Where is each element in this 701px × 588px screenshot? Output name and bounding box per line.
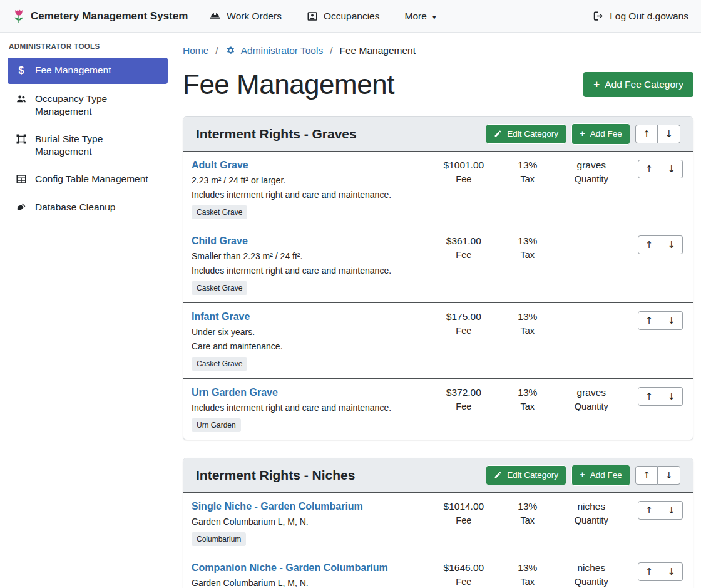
fee-tax: 13% xyxy=(501,562,554,574)
sidebar-item-fee-management[interactable]: $Fee Management xyxy=(8,58,168,84)
fee-description: Garden Columbarium L, M, N. xyxy=(192,517,426,527)
fee-row: Adult Grave 2.23 m² / 24 ft² or larger.I… xyxy=(183,152,693,227)
move-fee-up-button[interactable]: ↑ xyxy=(638,387,661,406)
sidebar-item-label: Fee Management xyxy=(35,64,111,76)
nav-more[interactable]: More ▾ xyxy=(405,11,436,22)
edit-category-label: Edit Category xyxy=(507,470,558,480)
fee-descriptions: 2.23 m² / 24 ft² or larger.Includes inte… xyxy=(192,175,426,200)
move-fee-up-button[interactable]: ↑ xyxy=(638,235,661,254)
sidebar-item-label: Config Table Management xyxy=(35,173,148,185)
fee-quantity-column xyxy=(554,311,629,314)
sidebar-item-database-cleanup[interactable]: Database Cleanup xyxy=(8,195,168,220)
fee-type-badge: Casket Grave xyxy=(192,281,247,295)
move-fee-down-button[interactable]: ↓ xyxy=(660,311,683,330)
fee-quantity-label: Quantity xyxy=(554,515,629,525)
sidebar-item-config-table-management[interactable]: Config Table Management xyxy=(8,167,168,192)
pencil-icon xyxy=(494,130,502,138)
fee-amount: $361.00 xyxy=(426,235,501,247)
fee-reorder-group: ↑ ↓ xyxy=(638,311,683,330)
sidebar-item-label: Occupancy Type Management xyxy=(35,93,160,118)
main-nav: Work Orders Occupancies More ▾ xyxy=(209,10,436,22)
fee-name-link[interactable]: Urn Garden Grave xyxy=(192,387,278,398)
edit-category-button[interactable]: Edit Category xyxy=(486,465,566,485)
plus-icon: + xyxy=(593,78,600,91)
fee-quantity-column xyxy=(554,235,629,239)
fee-descriptions: Garden Columbarium L, M, N. xyxy=(192,517,426,527)
fee-type-badge: Urn Garden xyxy=(192,418,241,432)
fee-quantity-column: graves Quantity xyxy=(554,387,629,411)
fee-name-link[interactable]: Adult Grave xyxy=(192,160,248,171)
move-fee-up-button[interactable]: ↑ xyxy=(638,501,661,520)
move-category-up-button[interactable]: ↑ xyxy=(635,466,658,485)
category-body: Adult Grave 2.23 m² / 24 ft² or larger.I… xyxy=(183,152,693,440)
fee-quantity: niches xyxy=(554,562,629,574)
fee-descriptions: Smaller than 2.23 m² / 24 ft².Includes i… xyxy=(192,251,426,276)
move-fee-up-button[interactable]: ↑ xyxy=(638,562,661,581)
page-title: Fee Management xyxy=(183,69,394,100)
breadcrumb-admin-tools[interactable]: Administrator Tools xyxy=(225,45,324,56)
move-fee-down-button[interactable]: ↓ xyxy=(660,501,683,520)
sidebar: Administrator Tools $Fee ManagementOccup… xyxy=(0,33,175,232)
fee-name-link[interactable]: Companion Niche - Garden Columbarium xyxy=(192,562,388,574)
fee-amount: $372.00 xyxy=(426,387,501,398)
fee-description: Smaller than 2.23 m² / 24 ft². xyxy=(192,251,426,261)
fee-tax-label: Tax xyxy=(501,326,554,336)
add-fee-button[interactable]: + Add Fee xyxy=(571,465,630,486)
breadcrumb-current: Fee Management xyxy=(340,45,416,56)
move-fee-down-button[interactable]: ↓ xyxy=(660,387,683,406)
move-category-down-button[interactable]: ↓ xyxy=(658,466,680,485)
logout-link[interactable]: Log Out d.gowans xyxy=(592,10,688,22)
move-fee-up-button[interactable]: ↑ xyxy=(638,160,661,178)
nav-work-orders[interactable]: Work Orders xyxy=(209,10,282,22)
fee-quantity: niches xyxy=(554,501,629,512)
move-fee-up-button[interactable]: ↑ xyxy=(638,311,661,330)
sidebar-item-burial-site-type-management[interactable]: Burial Site Type Management xyxy=(8,126,168,164)
fee-amount-column: $175.00 Fee xyxy=(426,311,501,336)
move-category-up-button[interactable]: ↑ xyxy=(635,125,658,143)
top-navbar: Cemetery Management System Work Orders O… xyxy=(0,0,701,33)
fee-amount-label: Fee xyxy=(426,577,501,587)
add-fee-button[interactable]: + Add Fee xyxy=(571,123,630,145)
fee-tax: 13% xyxy=(501,387,554,398)
category-header: Interment Rights - Graves Edit Category … xyxy=(183,117,693,152)
fee-row: Urn Garden Grave Includes interment righ… xyxy=(183,379,693,440)
move-category-down-button[interactable]: ↓ xyxy=(658,125,680,143)
nav-occupancies[interactable]: Occupancies xyxy=(307,11,380,22)
tulip-logo-icon xyxy=(13,9,25,24)
fee-tax-column: 13% Tax xyxy=(501,562,554,587)
category-header: Interment Rights - Niches Edit Category … xyxy=(183,458,693,493)
brand-title: Cemetery Management System xyxy=(31,10,188,23)
fee-name-link[interactable]: Single Niche - Garden Columbarium xyxy=(192,501,363,512)
breadcrumb-home[interactable]: Home xyxy=(183,45,208,56)
move-fee-down-button[interactable]: ↓ xyxy=(660,562,683,581)
category-reorder-group: ↑ ↓ xyxy=(635,125,680,143)
fee-amount: $1014.00 xyxy=(426,501,501,512)
edit-category-button[interactable]: Edit Category xyxy=(486,124,566,144)
fee-tax-column: 13% Tax xyxy=(501,311,554,336)
fee-description: Care and maintenance. xyxy=(192,341,426,351)
add-fee-label: Add Fee xyxy=(590,470,622,480)
fee-tax-label: Tax xyxy=(501,250,554,260)
fee-category-card: Interment Rights - Niches Edit Category … xyxy=(183,458,693,588)
fee-reorder-group: ↑ ↓ xyxy=(638,501,683,520)
add-fee-category-button[interactable]: + Add Fee Category xyxy=(583,72,693,97)
fee-amount-column: $1646.00 Fee xyxy=(426,562,501,587)
fee-name-link[interactable]: Child Grave xyxy=(192,235,248,247)
category-body: Single Niche - Garden Columbarium Garden… xyxy=(183,493,693,588)
breadcrumb-separator: / xyxy=(215,45,218,56)
sidebar-item-occupancy-type-management[interactable]: Occupancy Type Management xyxy=(8,86,168,124)
dollar-icon: $ xyxy=(15,64,28,78)
move-fee-down-button[interactable]: ↓ xyxy=(660,235,683,254)
fee-reorder-group: ↑ ↓ xyxy=(638,160,683,178)
logout-icon xyxy=(592,10,604,22)
brand-link[interactable]: Cemetery Management System xyxy=(13,9,188,24)
fee-quantity-label: Quantity xyxy=(554,401,629,411)
plus-icon: + xyxy=(580,470,585,481)
fee-quantity: graves xyxy=(554,160,629,171)
fee-type-badge: Casket Grave xyxy=(192,205,247,219)
fee-tax-column: 13% Tax xyxy=(501,387,554,411)
fee-amount-column: $1014.00 Fee xyxy=(426,501,501,525)
move-fee-down-button[interactable]: ↓ xyxy=(660,160,683,178)
fee-reorder-group: ↑ ↓ xyxy=(638,387,683,406)
fee-name-link[interactable]: Infant Grave xyxy=(192,311,250,322)
